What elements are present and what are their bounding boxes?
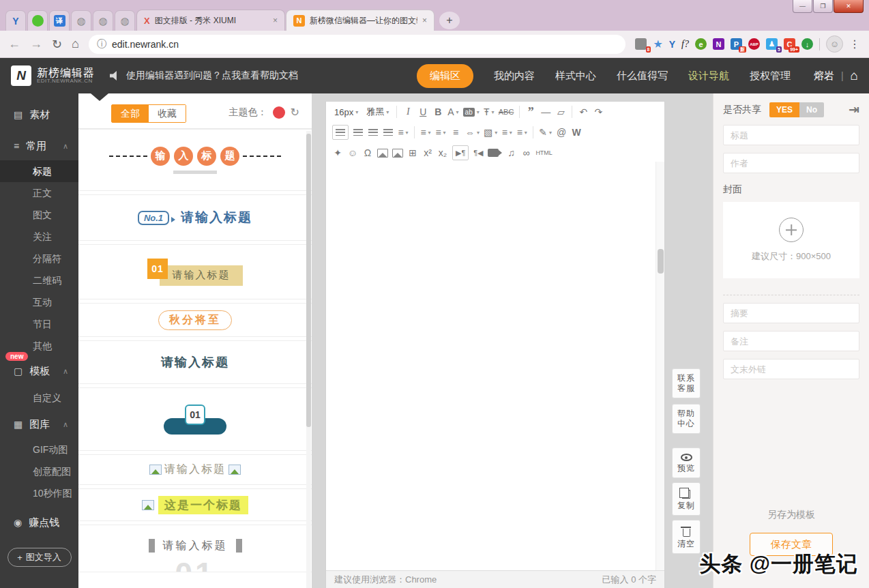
puzzle-extension-icon[interactable]: 8 — [635, 38, 647, 50]
sidebar-item-imagetext[interactable]: 图文 — [0, 204, 78, 226]
adblock-extension-icon[interactable]: ABP — [748, 38, 760, 50]
text-format-button[interactable]: Ŧ▾ — [484, 104, 495, 119]
preview-button[interactable]: 预览 — [672, 447, 701, 478]
pinned-tab-globe-3[interactable]: ◍ — [115, 10, 135, 31]
blockquote-button[interactable]: ” — [525, 104, 536, 119]
underline-button[interactable]: U — [417, 104, 428, 119]
author-field[interactable] — [723, 153, 859, 173]
italic-button[interactable]: I — [402, 104, 413, 119]
sidebar-item-custom[interactable]: 自定义 — [0, 385, 78, 410]
unordered-list-button[interactable]: ≡▾ — [435, 125, 446, 140]
fx-extension-icon[interactable]: f? — [681, 39, 689, 50]
tab-newrank[interactable]: N 新榜微信编辑器—让你的图文编 × — [286, 10, 434, 31]
back-icon[interactable]: ← — [8, 37, 20, 51]
horizontal-rule-button[interactable]: — — [540, 104, 551, 119]
sidebar-group-material[interactable]: ▤ 素材 — [0, 98, 78, 132]
template-item-bars-title[interactable]: 请输入标题 01 — [78, 525, 312, 572]
nav-item-what-to-write[interactable]: 什么值得写 — [617, 70, 668, 83]
share-yes-toggle[interactable]: YES — [769, 102, 799, 117]
editor-scrollbar[interactable] — [656, 162, 664, 570]
nav-item-authorization[interactable]: 授权管理 — [750, 70, 791, 83]
pinned-tab-globe-1[interactable]: ◍ — [71, 10, 91, 31]
search-replace-button[interactable]: @ — [556, 125, 567, 140]
add-cover-icon[interactable] — [779, 218, 804, 242]
maximize-button[interactable]: ❐ — [813, 0, 833, 13]
sidebar-item-10s-image[interactable]: 10秒作图 — [0, 482, 78, 504]
ltr-button[interactable]: ▶¶ — [452, 145, 469, 160]
onenote-extension-icon[interactable]: N — [713, 38, 724, 50]
close-tab-icon[interactable]: × — [273, 16, 278, 25]
editor-canvas[interactable] — [326, 162, 656, 570]
insert-music-button[interactable]: ♫ — [505, 145, 516, 160]
font-family-select[interactable]: 雅黑▾ — [366, 104, 389, 119]
nav-item-style-center[interactable]: 样式中心 — [555, 70, 596, 83]
insert-table-button[interactable]: ⊞ — [407, 145, 418, 160]
sidebar-item-title[interactable]: 标题 — [0, 160, 78, 182]
tab-xiumi[interactable]: X 图文排版 - 秀米 XIUMI × — [136, 10, 285, 31]
word-import-button[interactable]: W — [571, 125, 582, 140]
url-input[interactable]: ⓘ edit.newrank.cn — [89, 35, 625, 54]
pinned-tab-y[interactable]: Y — [5, 10, 26, 31]
import-article-button[interactable]: + 图文导入 — [8, 548, 72, 567]
nav-item-design-nav[interactable]: 设计导航 — [688, 70, 729, 83]
image-background-button[interactable]: ▧▾ — [484, 125, 497, 140]
strikethrough-button[interactable]: ABC — [499, 104, 514, 119]
sidebar-item-gif[interactable]: GIF动图 — [0, 439, 78, 460]
browser-menu-icon[interactable]: ⋮ — [849, 38, 861, 50]
sidebar-item-qrcode[interactable]: 二维码 — [0, 269, 78, 291]
bookmark-star-icon[interactable]: ★ — [653, 38, 662, 50]
edit-image-button[interactable] — [392, 145, 403, 160]
font-size-select[interactable]: 16px▾ — [334, 104, 358, 119]
help-center-button[interactable]: 帮助中心 — [672, 404, 701, 434]
note-field[interactable] — [723, 331, 859, 351]
home-icon[interactable]: ⌂ — [72, 37, 79, 51]
undo-button[interactable]: ↶ — [578, 104, 589, 119]
minimize-button[interactable]: — — [793, 0, 812, 13]
align-right-button[interactable] — [368, 125, 379, 140]
username[interactable]: 熔岩 — [814, 70, 834, 83]
title-field[interactable] — [723, 125, 859, 145]
theme-reset-icon[interactable]: ↻ — [291, 106, 299, 119]
pinned-tab-globe-2[interactable]: ◍ — [93, 10, 113, 31]
align-left-button[interactable] — [332, 125, 349, 140]
idm-extension-icon[interactable]: ↓ — [801, 38, 813, 50]
y-extension-icon[interactable]: Y — [669, 39, 675, 50]
sidebar-item-body[interactable]: 正文 — [0, 182, 78, 204]
scrollbar-thumb[interactable] — [306, 134, 311, 427]
tab-favorites[interactable]: 收藏 — [149, 105, 186, 122]
collapse-panel-icon[interactable]: ⇥ — [849, 102, 859, 117]
forward-icon[interactable]: → — [30, 37, 42, 51]
insert-image-button[interactable] — [377, 145, 388, 160]
template-item-circles-title[interactable]: 输 入 标 题 — [78, 129, 312, 191]
sidebar-item-divider[interactable]: 分隔符 — [0, 248, 78, 269]
template-item-01-tan-title[interactable]: 请输入标题 01 — [78, 244, 312, 299]
chevron-up-icon[interactable]: ∧ — [63, 367, 68, 376]
pen-style-button[interactable]: ✎▾ — [539, 125, 552, 140]
theme-color-swatch[interactable] — [273, 106, 285, 119]
contact-support-button[interactable]: 联系客服 — [672, 368, 701, 398]
scrollbar-thumb[interactable] — [658, 249, 664, 274]
bold-button[interactable]: B — [432, 104, 443, 119]
chevron-up-icon[interactable]: ∧ — [63, 420, 68, 429]
tab-all[interactable]: 全部 — [112, 105, 149, 122]
nav-item-my-content[interactable]: 我的内容 — [494, 70, 535, 83]
emoji-button[interactable]: ☺ — [347, 145, 358, 160]
clear-button[interactable]: 清空 — [672, 520, 701, 554]
chevron-up-icon[interactable]: ∧ — [63, 142, 68, 151]
copy-button[interactable]: 复制 — [672, 482, 701, 516]
c-extension-icon[interactable]: C99+ — [784, 38, 795, 50]
home-nav-icon[interactable]: ⌂ — [851, 68, 858, 83]
reload-icon[interactable]: ↻ — [52, 37, 62, 52]
sidebar-group-template[interactable]: ▢ 模板 ∧ — [0, 357, 78, 385]
template-item-images-title[interactable]: 请输入标题 — [78, 454, 312, 485]
sidebar-item-follow[interactable]: 关注 — [0, 226, 78, 248]
cover-upload-area[interactable]: 建议尺寸：900×500 — [723, 202, 859, 278]
evernote-extension-icon[interactable]: e — [695, 38, 707, 50]
align-justify-button[interactable] — [383, 125, 394, 140]
superscript-button[interactable]: x² — [422, 145, 433, 160]
template-item-pill-title[interactable]: 秋分将至 — [78, 303, 312, 337]
sidebar-item-creative[interactable]: 创意配图 — [0, 460, 78, 482]
insert-link-button[interactable]: ∞ — [520, 145, 531, 160]
save-as-template-link[interactable]: 另存为模板 — [723, 509, 859, 521]
letter-spacing-button[interactable]: ⇔▾ — [465, 125, 480, 140]
